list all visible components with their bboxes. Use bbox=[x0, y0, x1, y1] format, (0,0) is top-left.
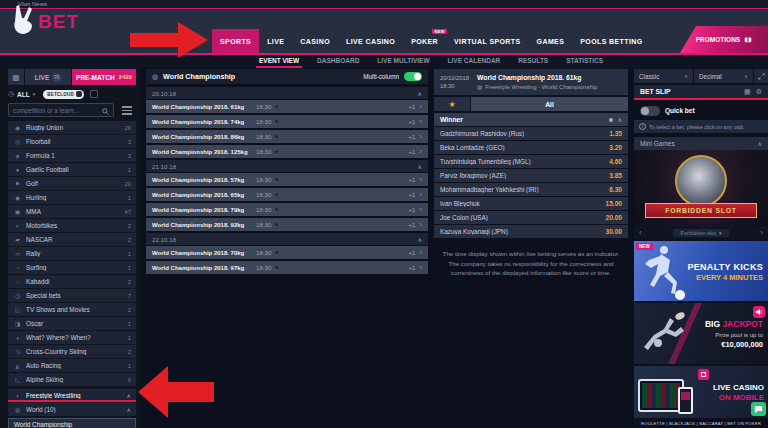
penalty-kicks-ad[interactable]: NEW PENALTY KICKS EVERY 4 MINUTES bbox=[634, 241, 768, 301]
big-jackpot-ad[interactable]: BIG JACKPOT Prize pool is up to €10,000,… bbox=[634, 303, 768, 364]
sidebar-item-motorbikes[interactable]: ◐Motorbikes2 bbox=[8, 219, 136, 232]
motorbikes-icon: ◐ bbox=[13, 223, 22, 229]
date-group-header[interactable]: 22.10.18∧ bbox=[146, 233, 428, 245]
sport-category-icon: ◍ bbox=[477, 83, 482, 90]
sidebar-item-mma[interactable]: ▣MMA47 bbox=[8, 205, 136, 218]
time-filter-select[interactable]: ALL bbox=[17, 91, 30, 98]
event-row-world-championship-2018-61kg[interactable]: World Championship 2018. 61kg18:30+1› bbox=[146, 100, 428, 113]
sidebar-item-kabaddi[interactable]: ○Kabaddi2 bbox=[8, 275, 136, 288]
event-row-world-championship-2018-70kg[interactable]: World Championship 2018. 70kg18:30+1› bbox=[146, 246, 428, 259]
nav-item-pools-betting[interactable]: POOLS BETTING bbox=[572, 29, 650, 53]
sidebar-item-rugby-union[interactable]: ◉Rugby Union26 bbox=[8, 121, 136, 134]
collapse-panel-button[interactable] bbox=[754, 69, 768, 83]
tab-live[interactable]: LIVE 76 bbox=[25, 69, 71, 85]
event-row-world-championship-2018-92kg[interactable]: World Championship 2018. 92kg18:30+1› bbox=[146, 218, 428, 231]
slot-game-artwork bbox=[675, 155, 727, 207]
carousel-next-button[interactable]: › bbox=[760, 228, 763, 237]
filter-checkbox[interactable] bbox=[90, 90, 98, 98]
sidebar-item-cross-country-skiing[interactable]: ◹Cross-Country Skiing2 bbox=[8, 345, 136, 358]
multi-column-toggle[interactable] bbox=[404, 72, 422, 81]
odd-button[interactable]: 6.30 bbox=[609, 186, 622, 193]
market-header[interactable]: Winner ∧ bbox=[434, 113, 628, 126]
carousel-prev-button[interactable]: ‹ bbox=[639, 228, 642, 237]
date-group-header[interactable]: 21.10.18∧ bbox=[146, 160, 428, 172]
dot-icon bbox=[275, 251, 278, 254]
event-row-world-championship-2018-57kg[interactable]: World Championship 2018. 57kg18:30+1› bbox=[146, 173, 428, 186]
odd-button[interactable]: 20.00 bbox=[605, 214, 622, 221]
mini-games-header[interactable]: Mini Games ∧ bbox=[634, 137, 768, 150]
event-date: 20/10/2018 bbox=[440, 75, 469, 81]
search-input[interactable] bbox=[13, 107, 102, 114]
sidebar-item-what-where-when[interactable]: ◖What? Where? When?1 bbox=[8, 331, 136, 344]
sidebar-item-tv-shows-and-movies[interactable]: ◱TV Shows and Movies2 bbox=[8, 303, 136, 316]
nav-item-poker[interactable]: POKERNEW bbox=[403, 29, 446, 53]
odds-format-select[interactable]: Decimal ∨ bbox=[694, 69, 753, 83]
odd-button[interactable]: 3.20 bbox=[609, 144, 622, 151]
promotions-button[interactable]: PROMOTIONS bbox=[680, 26, 768, 53]
mini-game-banner[interactable]: FORBIDDEN SLOT bbox=[634, 150, 768, 226]
logo-text: BET bbox=[38, 11, 79, 33]
nav-item-games[interactable]: GAMES bbox=[529, 29, 573, 53]
sidebar-item-alpine-skiing[interactable]: ◺Alpine Skiing6 bbox=[8, 373, 136, 386]
odd-button[interactable]: 4.60 bbox=[609, 158, 622, 165]
odd-button[interactable]: 1.35 bbox=[609, 130, 622, 137]
caret-down-icon: ▾ bbox=[719, 230, 722, 236]
jackpot-ad-title-accent: JACKPOT bbox=[722, 319, 763, 329]
sidebar-item-formula-1[interactable]: ◈Formula 13 bbox=[8, 149, 136, 162]
sidebar-item-hurling[interactable]: ◆Hurling1 bbox=[8, 191, 136, 204]
event-time: 18:30 bbox=[440, 83, 469, 89]
nav-item-virtual-sports[interactable]: VIRTUAL SPORTS bbox=[446, 29, 529, 53]
sidebar-item-golf[interactable]: ⚑Golf20 bbox=[8, 177, 136, 190]
event-row-world-championship-2018-74kg[interactable]: World Championship 2018. 74kg18:30+1› bbox=[146, 115, 428, 128]
nav-item-casino[interactable]: CASINO bbox=[292, 29, 338, 53]
tab-prematch[interactable]: PRE-MATCH 2429 bbox=[72, 69, 136, 85]
event-row-world-championship-2018-86kg[interactable]: World Championship 2018. 86kg18:30+1› bbox=[146, 130, 428, 143]
info-icon: i bbox=[639, 123, 646, 130]
grid-view-button[interactable]: ▦ bbox=[8, 69, 24, 85]
event-row-world-championship-2018-97kg[interactable]: World Championship 2018. 97kg18:30+1› bbox=[146, 261, 428, 274]
nav-item-sports[interactable]: SPORTS bbox=[212, 29, 259, 53]
phone-illustration bbox=[678, 387, 693, 414]
news-ticker-bar[interactable]: Vbet News bbox=[0, 0, 768, 9]
nav-item-live-casino[interactable]: LIVE CASINO bbox=[338, 29, 403, 53]
quick-bet-toggle[interactable] bbox=[640, 106, 660, 116]
chevron-up-icon: ∧ bbox=[127, 406, 131, 413]
betcloud-toggle[interactable]: BETCLOUD bbox=[43, 90, 84, 99]
chevron-up-icon: ∧ bbox=[618, 116, 622, 123]
live-casino-ad[interactable]: LIVE CASINO ON MOBILE ROULETTE | BLACKJA… bbox=[634, 366, 768, 428]
carousel-current-game[interactable]: Forbidden slot ▾ bbox=[673, 229, 730, 237]
sidebar-item-gaelic-football[interactable]: ●Gaelic Football1 bbox=[8, 163, 136, 176]
tab-all-markets[interactable]: All bbox=[471, 97, 628, 111]
live-chat-button[interactable] bbox=[751, 402, 766, 416]
date-group-header[interactable]: 20.10.18∧ bbox=[146, 87, 428, 99]
odd-button[interactable]: 3.85 bbox=[609, 172, 622, 179]
event-row-world-championship-2018-79kg[interactable]: World Championship 2018. 79kg18:30+1› bbox=[146, 203, 428, 216]
sidebar-item-surfing[interactable]: ◔Surfing1 bbox=[8, 261, 136, 274]
freestyle-wrestling-icon: ◗ bbox=[13, 393, 22, 399]
sidebar-item-nascar[interactable]: ▰NASCAR2 bbox=[8, 233, 136, 246]
favorites-tab[interactable]: ★ bbox=[434, 97, 470, 111]
nav-item-live[interactable]: LIVE bbox=[259, 29, 292, 53]
sidebar-item-rally[interactable]: ▱Rally1 bbox=[8, 247, 136, 260]
sidebar-item-special-bets[interactable]: ◷Special bets7 bbox=[8, 289, 136, 302]
sidebar-item-world[interactable]: ◍ World (10) ∧ bbox=[8, 403, 136, 416]
view-mode-select[interactable]: Classic ∨ bbox=[634, 69, 693, 83]
event-row-world-championship-2018-65kg[interactable]: World Championship 2018. 65kg18:30+1› bbox=[146, 188, 428, 201]
oscar-icon: ◨ bbox=[13, 320, 22, 327]
sidebar-item-oscar[interactable]: ◨Oscar1 bbox=[8, 317, 136, 330]
calculator-icon[interactable]: ▦ bbox=[744, 88, 751, 96]
odd-button[interactable]: 30.00 bbox=[605, 228, 622, 235]
mma-icon: ▣ bbox=[13, 208, 22, 215]
odd-button[interactable]: 15.00 bbox=[605, 200, 622, 207]
main-header: BET SPORTSLIVECASINOLIVE CASINOPOKERNEWV… bbox=[0, 10, 768, 55]
event-row-world-championship-2018-125kg[interactable]: World Championship 2018. 125kg18:30+1› bbox=[146, 145, 428, 158]
vbet-logo[interactable]: BET bbox=[10, 3, 79, 41]
sidebar-item-auto-racing[interactable]: ◭Auto Racing1 bbox=[8, 359, 136, 372]
sidebar-item-floorball[interactable]: ◎Floorball3 bbox=[8, 135, 136, 148]
sidebar-item-world-championship[interactable]: World Championship bbox=[8, 418, 136, 428]
gear-icon[interactable]: ⚙ bbox=[756, 88, 762, 96]
chevron-up-icon: ∧ bbox=[127, 392, 131, 399]
selection-row: Parviz Ibragimov (AZE)3.85 bbox=[434, 169, 628, 182]
list-settings-button[interactable] bbox=[122, 106, 132, 117]
sidebar-item-freestyle-wrestling[interactable]: ◗ Freestyle Wrestling ∧ bbox=[8, 389, 136, 402]
